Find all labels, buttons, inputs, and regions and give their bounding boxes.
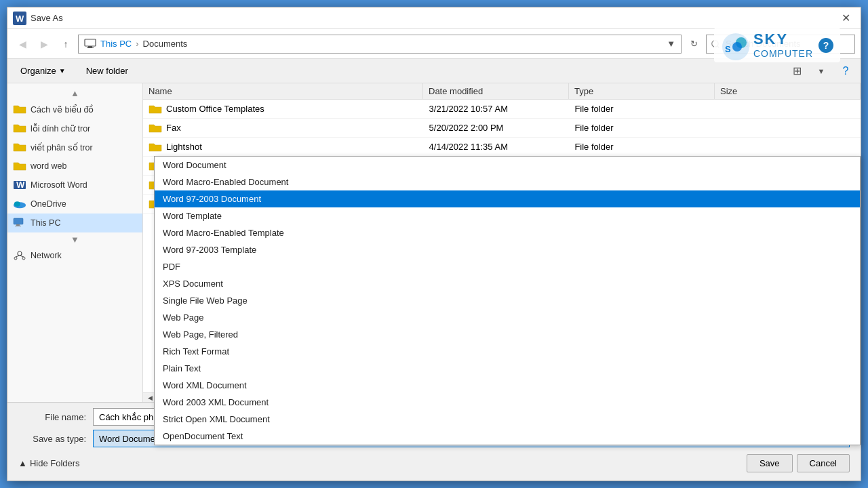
breadcrumb-dropdown-arrow[interactable]: ▼ xyxy=(667,39,675,49)
sidebar-scroll-down[interactable]: ▼ xyxy=(7,232,142,246)
sidebar-item-network[interactable]: Network xyxy=(7,246,142,265)
help-icon[interactable]: ? xyxy=(818,38,833,53)
filename-label: File name: xyxy=(18,412,93,422)
col-header-size[interactable]: Size xyxy=(715,83,861,99)
col-header-type[interactable]: Type xyxy=(569,83,715,99)
dropdown-item-web-filtered[interactable]: Web Page, Filtered xyxy=(155,326,860,343)
col-header-name[interactable]: Name xyxy=(143,83,423,99)
svg-rect-3 xyxy=(88,46,92,47)
dropdown-item-web-page[interactable]: Web Page xyxy=(155,309,860,326)
folder-icon xyxy=(13,104,26,115)
svg-point-20 xyxy=(732,42,742,52)
table-row[interactable]: Fax 5/20/2022 2:00 PM File folder xyxy=(143,119,861,138)
view-options-button[interactable]: ⊞ xyxy=(787,62,806,81)
toolbar: Organize ▼ New folder ⊞ ▼ ? xyxy=(7,59,861,83)
dropdown-item-word-doc[interactable]: Word Document xyxy=(155,157,860,174)
svg-point-14 xyxy=(22,257,25,260)
folder-icon xyxy=(149,142,162,152)
svg-text:W: W xyxy=(16,14,24,24)
new-folder-button[interactable]: New folder xyxy=(79,62,136,79)
breadcrumb-documents: Documents xyxy=(143,39,188,49)
dropdown-item-pdf[interactable]: PDF xyxy=(155,258,860,275)
svg-rect-10 xyxy=(16,224,20,226)
dropdown-item-97-2003[interactable]: Word 97-2003 Document xyxy=(155,190,860,207)
svg-rect-9 xyxy=(14,218,23,224)
folder-icon xyxy=(13,123,26,134)
svg-rect-11 xyxy=(15,226,21,226)
dropdown-item-xml[interactable]: Word XML Document xyxy=(155,377,860,394)
logo-overlay: S SKY COMPUTER ? xyxy=(714,28,840,62)
svg-point-13 xyxy=(14,257,17,260)
refresh-button[interactable]: ↻ xyxy=(684,35,703,54)
dropdown-item-odt[interactable]: OpenDocument Text xyxy=(155,428,860,445)
hide-folders-button[interactable]: ▲ Hide Folders xyxy=(18,458,80,468)
sidebar-item-viet-phan-so[interactable]: viết phân số tror xyxy=(7,138,142,157)
sidebar-scroll-up[interactable]: ▲ xyxy=(7,86,142,100)
dropdown-item-macro[interactable]: Word Macro-Enabled Document xyxy=(155,174,860,190)
onedrive-icon xyxy=(13,199,26,209)
dropdown-item-strict-xml[interactable]: Strict Open XML Document xyxy=(155,411,860,428)
organize-dropdown-arrow: ▼ xyxy=(59,67,66,75)
bottom-section: File name: ▼ Save as type: Word Document… xyxy=(7,402,861,481)
breadcrumb[interactable]: This PC › Documents ▼ xyxy=(78,35,682,54)
sky-logo-icon: S xyxy=(721,32,748,59)
sidebar: ▲ Cách vẽ biểu đồ lỗi dính chữ tror viết… xyxy=(7,83,143,402)
sidebar-item-onedrive[interactable]: OneDrive xyxy=(7,195,142,214)
file-list-header: Name Date modified Type Size xyxy=(143,83,861,100)
folder-icon xyxy=(13,142,26,152)
dropdown-item-template[interactable]: Word Template xyxy=(155,207,860,224)
sidebar-item-loi-dinh[interactable]: lỗi dính chữ tror xyxy=(7,119,142,138)
table-row[interactable]: Lightshot 4/14/2022 11:35 AM File folder xyxy=(143,138,861,157)
dropdown-item-97-2003-template[interactable]: Word 97-2003 Template xyxy=(155,241,860,258)
folder-icon xyxy=(13,161,26,171)
sidebar-item-this-pc[interactable]: This PC xyxy=(7,214,142,232)
dropdown-item-plain-text[interactable]: Plain Text xyxy=(155,360,860,377)
svg-rect-4 xyxy=(87,47,94,48)
save-as-dialog: W Save As ✕ ◀ ▶ ↑ This PC › Documents ▼ … xyxy=(7,7,861,481)
computer-icon xyxy=(84,39,96,49)
word-icon: W xyxy=(13,180,26,190)
up-button[interactable]: ↑ xyxy=(56,35,75,54)
save-button[interactable]: Save xyxy=(747,454,793,472)
svg-point-8 xyxy=(14,201,20,206)
sidebar-item-cach-ve[interactable]: Cách vẽ biểu đồ xyxy=(7,100,142,119)
svg-line-16 xyxy=(20,256,24,257)
bottom-actions: ▲ Hide Folders Save Cancel xyxy=(18,451,850,475)
dropdown-item-rtf[interactable]: Rich Text Format xyxy=(155,343,860,360)
sidebar-item-microsoft-word[interactable]: W Microsoft Word xyxy=(7,176,142,195)
folder-icon xyxy=(149,123,162,134)
network-icon xyxy=(13,250,26,261)
svg-text:W: W xyxy=(16,180,25,190)
savetype-dropdown-list: Word Document Word Macro-Enabled Documen… xyxy=(154,156,861,445)
dropdown-item-macro-template[interactable]: Word Macro-Enabled Template xyxy=(155,224,860,241)
svg-point-12 xyxy=(18,251,22,256)
dropdown-item-xps[interactable]: XPS Document xyxy=(155,275,860,292)
view-dropdown-button[interactable]: ▼ xyxy=(812,62,831,81)
sidebar-item-word-web[interactable]: word web xyxy=(7,157,142,176)
title-bar: W Save As ✕ xyxy=(7,7,861,29)
help-button[interactable]: ? xyxy=(836,62,855,81)
savetype-label: Save as type: xyxy=(18,434,93,444)
close-button[interactable]: ✕ xyxy=(836,9,855,28)
forward-button[interactable]: ▶ xyxy=(35,35,54,54)
folder-icon xyxy=(149,104,162,115)
collapse-icon: ▲ xyxy=(18,458,27,468)
table-row[interactable]: Custom Office Templates 3/21/2022 10:57 … xyxy=(143,100,861,119)
svg-text:S: S xyxy=(725,44,731,54)
dropdown-item-single-web[interactable]: Single File Web Page xyxy=(155,292,860,309)
logo-text: SKY COMPUTER xyxy=(753,30,813,60)
word-icon: W xyxy=(13,12,26,25)
svg-line-15 xyxy=(16,256,20,257)
breadcrumb-this-pc: This PC xyxy=(100,39,132,49)
cancel-button[interactable]: Cancel xyxy=(797,454,850,472)
dialog-title: Save As xyxy=(31,13,836,23)
computer-icon xyxy=(13,218,26,228)
organize-button[interactable]: Organize ▼ xyxy=(13,62,73,79)
dropdown-item-2003-xml[interactable]: Word 2003 XML Document xyxy=(155,394,860,411)
col-header-date[interactable]: Date modified xyxy=(423,83,569,99)
svg-rect-2 xyxy=(85,39,96,46)
back-button[interactable]: ◀ xyxy=(13,35,32,54)
